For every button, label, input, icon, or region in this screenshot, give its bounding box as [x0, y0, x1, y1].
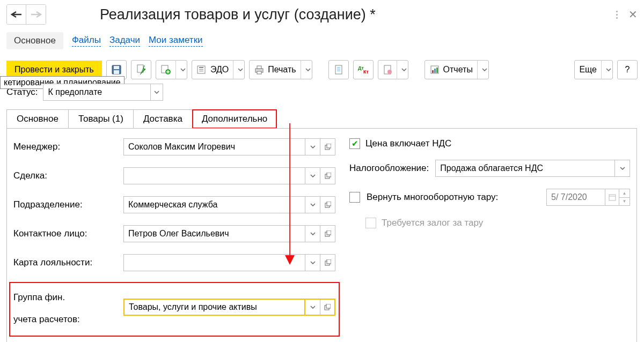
- deal-input[interactable]: [123, 167, 305, 184]
- attach-button[interactable]: [378, 60, 408, 79]
- dropdown-icon[interactable]: [305, 254, 320, 271]
- status-row: Статус:: [6, 84, 638, 101]
- dept-label: Подразделение:: [13, 199, 123, 211]
- tab-delivery[interactable]: Доставка: [133, 109, 193, 129]
- dtkt-button[interactable]: ДтКт: [353, 60, 374, 79]
- dropdown-icon[interactable]: [305, 225, 320, 242]
- open-icon[interactable]: [320, 254, 335, 271]
- svg-rect-8: [199, 69, 203, 70]
- loyalty-label: Карта лояльности:: [13, 257, 123, 269]
- open-icon[interactable]: [320, 138, 335, 155]
- dropdown-icon[interactable]: [305, 196, 320, 213]
- tab-goods[interactable]: Товары (1): [68, 109, 134, 129]
- nav-main[interactable]: Основное: [6, 32, 63, 49]
- svg-rect-34: [327, 259, 331, 264]
- svg-rect-22: [432, 70, 434, 73]
- loyalty-input[interactable]: [123, 254, 305, 271]
- open-icon[interactable]: [320, 196, 335, 213]
- close-icon[interactable]: ✕: [628, 8, 638, 21]
- header-row: Реализация товаров и услуг (создание) * …: [6, 4, 638, 25]
- return-turn-checkbox[interactable]: [349, 192, 360, 203]
- create-based-on-button[interactable]: [156, 60, 187, 79]
- price-incl-nds-checkbox[interactable]: [349, 138, 360, 149]
- chevron-down-icon: [175, 61, 186, 79]
- fingroup-input[interactable]: [123, 299, 305, 316]
- nav-notes[interactable]: Мои заметки: [149, 35, 203, 47]
- svg-text:Кт: Кт: [363, 69, 369, 74]
- tax-input[interactable]: [435, 160, 615, 177]
- toolbar: Провести и закрыть кетирование и планиро…: [6, 60, 638, 79]
- tabs: Основное Товары (1) Доставка Дополнитель…: [6, 109, 638, 129]
- calendar-icon[interactable]: [605, 189, 619, 206]
- more-button[interactable]: Еще: [574, 60, 613, 79]
- svg-rect-7: [199, 67, 203, 68]
- contact-label: Контактное лицо:: [13, 228, 123, 240]
- svg-rect-28: [327, 173, 331, 177]
- edo-button[interactable]: ЭДО: [192, 60, 245, 79]
- return-turn-label: Вернуть многооборотную тару:: [367, 192, 498, 203]
- tab-panel: Менеджер: Сделка:: [6, 128, 637, 342]
- manager-input[interactable]: [123, 138, 305, 155]
- nav-tasks[interactable]: Задачи: [109, 35, 140, 47]
- svg-rect-24: [436, 68, 438, 73]
- fingroup-label: Группа фин. учета расчетов:: [13, 288, 123, 326]
- deposit-label: Требуется залог за тару: [382, 218, 483, 228]
- svg-rect-12: [257, 71, 261, 74]
- svg-rect-26: [327, 144, 331, 148]
- deposit-checkbox: [365, 218, 376, 228]
- manager-label: Менеджер:: [13, 141, 123, 153]
- forward-button[interactable]: [26, 5, 46, 24]
- tab-main[interactable]: Основное: [6, 109, 69, 129]
- page-title: Реализация товаров и услуг (создание) *: [100, 6, 376, 23]
- deal-label: Сделка:: [13, 170, 123, 182]
- open-icon[interactable]: [320, 225, 335, 242]
- date-input[interactable]: [546, 189, 605, 206]
- more-menu-icon[interactable]: [614, 9, 620, 21]
- svg-rect-30: [327, 202, 331, 206]
- svg-rect-32: [327, 231, 331, 235]
- svg-rect-2: [114, 70, 119, 74]
- svg-rect-13: [335, 65, 342, 74]
- dropdown-icon[interactable]: [305, 138, 320, 155]
- date-spinner[interactable]: ▲▼: [619, 189, 630, 206]
- svg-rect-36: [326, 304, 331, 308]
- svg-rect-9: [199, 71, 203, 71]
- nav-files[interactable]: Файлы: [72, 35, 101, 47]
- svg-rect-39: [609, 195, 616, 200]
- post-button[interactable]: [131, 60, 151, 79]
- back-button[interactable]: [7, 5, 26, 24]
- dropdown-icon[interactable]: [305, 167, 320, 184]
- price-incl-nds-label: Цена включает НДС: [365, 138, 451, 149]
- contact-input[interactable]: [123, 225, 305, 242]
- help-button[interactable]: ?: [617, 60, 638, 79]
- dept-input[interactable]: [123, 196, 305, 213]
- fingroup-highlight: Группа фин. учета расчетов:: [10, 283, 339, 336]
- svg-point-20: [387, 70, 392, 74]
- svg-rect-1: [114, 66, 119, 69]
- svg-rect-11: [257, 66, 261, 69]
- tax-label: Налогообложение:: [349, 163, 429, 174]
- nav-links: Основное Файлы Задачи Мои заметки: [6, 32, 638, 49]
- dropdown-icon[interactable]: [615, 160, 630, 177]
- doc1-button[interactable]: [328, 60, 349, 79]
- status-input[interactable]: [43, 84, 150, 101]
- tab-additional[interactable]: Дополнительно: [192, 109, 277, 129]
- open-icon[interactable]: [320, 167, 335, 184]
- print-button[interactable]: Печать: [249, 60, 312, 79]
- open-icon[interactable]: [320, 299, 335, 316]
- reports-button[interactable]: Отчеты: [425, 60, 489, 79]
- status-dropdown-icon[interactable]: [150, 84, 163, 101]
- svg-rect-23: [434, 69, 436, 73]
- dropdown-icon[interactable]: [305, 299, 320, 316]
